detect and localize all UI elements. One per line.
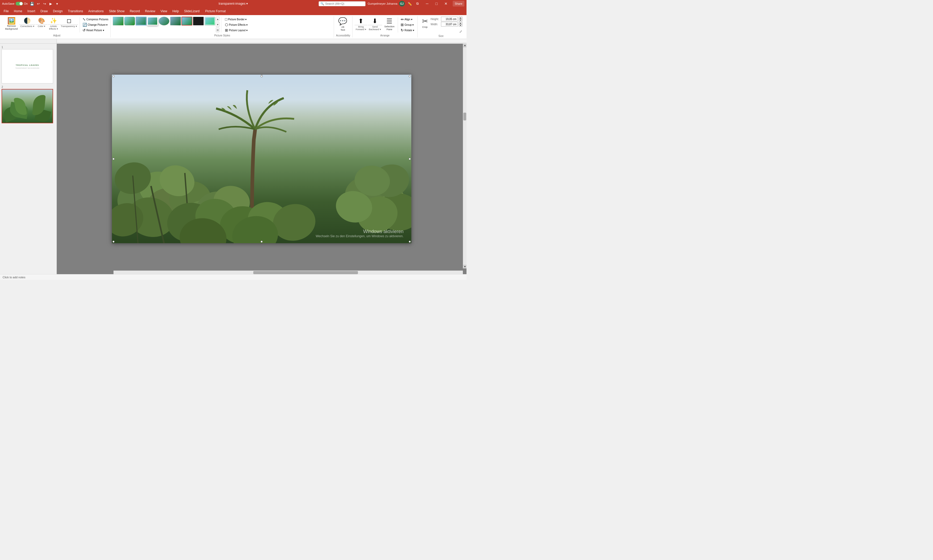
rotate-circle[interactable] [260, 75, 263, 75]
menu-view[interactable]: View [158, 8, 170, 14]
scroll-down-button[interactable]: ▼ [463, 265, 467, 268]
send-backward-top[interactable]: ⬇ [371, 17, 378, 25]
style-thumb-6[interactable] [170, 17, 181, 26]
compress-pictures-button[interactable]: ⤡ Compress Pictures [82, 17, 109, 22]
minimize-button[interactable]: ─ [423, 0, 432, 7]
reset-picture-button[interactable]: ↺ Reset Picture ▾ [82, 28, 109, 33]
vertical-scrollbar[interactable]: ▲ ▼ [463, 44, 467, 268]
width-input[interactable] [441, 22, 458, 26]
autosave-switch[interactable] [15, 2, 23, 5]
group-button[interactable]: ⊞ Group ▾ [399, 22, 415, 27]
menu-review[interactable]: Review [142, 8, 158, 14]
slide-image[interactable]: Windows aktivieren Wechseln Sie zu den E… [112, 75, 411, 243]
restore-button[interactable]: ⧉ [415, 1, 420, 6]
slide-thumbnail-2[interactable]: 2 [2, 86, 55, 123]
corrections-arrow[interactable]: Corrections ▾ [19, 25, 35, 28]
autosave-toggle[interactable]: AutoSave On [2, 2, 28, 5]
slide-preview-1[interactable]: TROPICAL LEAVES TRANSPARENT BACKGROUND [2, 49, 53, 83]
gallery-down-arrow[interactable]: ▼ [216, 22, 219, 27]
menu-animations[interactable]: Animations [86, 8, 106, 14]
menu-design[interactable]: Design [50, 8, 65, 14]
handle-tl[interactable] [113, 75, 114, 77]
rotate-handle-group[interactable] [260, 75, 263, 75]
scroll-up-button[interactable]: ▲ [463, 44, 467, 47]
style-thumb-7[interactable] [182, 17, 193, 26]
scroll-track[interactable] [463, 47, 467, 265]
rotate-button[interactable]: ↻ Rotate ▾ [399, 28, 415, 33]
scroll-thumb[interactable] [463, 112, 466, 120]
change-picture-button[interactable]: 🔄 Change Picture ▾ [82, 22, 109, 27]
canvas-area[interactable]: Windows aktivieren Wechseln Sie zu den E… [57, 44, 467, 274]
menu-draw[interactable]: Draw [38, 8, 50, 14]
width-up[interactable]: ▲ [459, 22, 462, 24]
color-top[interactable]: 🎨 [37, 17, 46, 25]
style-thumb-5[interactable] [159, 17, 170, 26]
notes-label[interactable]: Click to add notes [3, 276, 25, 279]
artistic-effects-top[interactable]: ✨ [49, 17, 58, 25]
menu-record[interactable]: Record [127, 8, 142, 14]
size-expand-button[interactable]: ⤢ [459, 29, 462, 34]
menu-home[interactable]: Home [11, 8, 25, 14]
crop-button[interactable]: ✂ Crop [419, 17, 430, 29]
menu-picture-format[interactable]: Picture Format [202, 8, 229, 14]
picture-layout-button[interactable]: ⊞ Picture Layout ▾ [224, 28, 248, 33]
width-down[interactable]: ▼ [459, 24, 462, 26]
slide-preview-2[interactable] [2, 89, 53, 123]
menu-help[interactable]: Help [170, 8, 182, 14]
artistic-effects-arrow[interactable]: ArtisticEffects ▾ [48, 25, 59, 31]
handle-mr[interactable] [409, 158, 411, 160]
gallery-more-arrow[interactable]: ⊞ [216, 28, 219, 32]
send-backward-arrow[interactable]: SendBackward ▾ [368, 25, 382, 31]
present-button[interactable]: ▶ [48, 1, 54, 6]
picture-border-button[interactable]: □ Picture Border ▾ [224, 17, 248, 22]
bring-forward-top[interactable]: ⬆ [357, 17, 364, 25]
search-bar[interactable]: 🔍 [319, 1, 365, 6]
menu-slideshow[interactable]: Slide Show [106, 8, 127, 14]
style-thumb-3[interactable] [136, 17, 147, 26]
menu-slidelizard[interactable]: SlideLizard [182, 8, 202, 14]
handle-bc[interactable] [261, 241, 263, 243]
handle-tc[interactable] [261, 75, 263, 77]
corrections-top[interactable]: 🌓 [23, 17, 32, 25]
style-thumb-9[interactable] [204, 17, 215, 26]
bring-forward-arrow[interactable]: BringForward ▾ [355, 25, 367, 31]
align-button[interactable]: ⇔ Align ▾ [399, 17, 415, 22]
handle-ml[interactable] [113, 158, 114, 160]
more-quick-button[interactable]: ▾ [54, 1, 60, 6]
share-button[interactable]: Share [453, 1, 464, 6]
handle-bl[interactable] [113, 241, 114, 243]
height-input[interactable] [441, 17, 458, 22]
pen-button[interactable]: ✏️ [407, 1, 413, 6]
close-button[interactable]: ✕ [441, 0, 450, 7]
horizontal-scrollbar[interactable] [114, 271, 463, 274]
style-thumb-2[interactable] [124, 17, 135, 26]
menu-file[interactable]: File [1, 8, 11, 14]
style-thumb-4[interactable] [147, 17, 158, 26]
menu-transitions[interactable]: Transitions [65, 8, 86, 14]
height-up[interactable]: ▲ [459, 17, 462, 19]
height-down[interactable]: ▼ [459, 19, 462, 22]
maximize-button[interactable]: □ [432, 0, 441, 7]
user-avatar[interactable]: GJ [399, 1, 405, 6]
picture-effects-button[interactable]: ⬡ Picture Effects ▾ [224, 22, 248, 27]
handle-br[interactable] [409, 241, 411, 243]
gallery-up-arrow[interactable]: ▲ [216, 17, 219, 22]
slide-thumbnail-1[interactable]: 1 TROPICAL LEAVES TRANSPARENT BACKGROUND [2, 46, 55, 83]
search-input[interactable] [325, 2, 364, 5]
transparency-arrow[interactable]: Transparency ▾ [60, 25, 78, 28]
color-arrow[interactable]: Color ▾ [36, 25, 47, 28]
handle-tr[interactable] [409, 75, 411, 77]
save-button[interactable]: 💾 [29, 1, 35, 6]
style-thumb-8[interactable] [193, 17, 204, 26]
remove-background-button[interactable]: 🖼️ RemoveBackground [4, 17, 19, 31]
h-scroll-thumb[interactable] [253, 271, 358, 274]
alt-text-button[interactable]: 💬 AltText [336, 17, 350, 32]
style-thumb-1[interactable] [113, 17, 123, 26]
slide-panel[interactable]: 1 TROPICAL LEAVES TRANSPARENT BACKGROUND… [0, 44, 57, 274]
menu-insert[interactable]: Insert [25, 8, 38, 14]
transparency-top[interactable]: ◻ [66, 17, 72, 25]
undo-button[interactable]: ↩ [35, 1, 41, 6]
selection-pane-button[interactable]: ☰ SelectionPane [382, 17, 396, 32]
redo-button[interactable]: ↪ [42, 1, 47, 6]
slide-canvas[interactable]: Windows aktivieren Wechseln Sie zu den E… [112, 75, 411, 243]
